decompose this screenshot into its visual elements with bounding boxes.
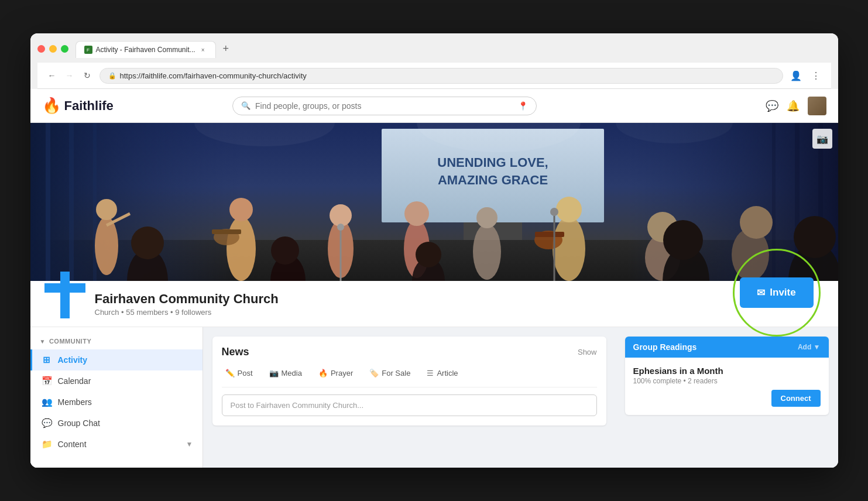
connect-button[interactable]: Connect [771,390,821,407]
post-action-forsale-label: For Sale [382,369,410,378]
svg-point-30 [556,197,582,222]
sidebar-item-calendar[interactable]: 📅 Calendar [30,370,203,392]
invite-button[interactable]: ✉ Invite [740,277,814,308]
svg-point-18 [229,198,253,221]
browser-titlebar: F Activity - Fairhaven Communit... × + [37,39,831,58]
maximize-traffic-light[interactable] [61,45,68,53]
post-action-prayer[interactable]: 🔥 Prayer [315,366,356,380]
svg-point-34 [550,208,558,216]
logo-text: Faithlife [64,98,114,114]
sidebar-item-members[interactable]: 👥 Members [30,392,203,413]
user-avatar[interactable] [808,97,826,115]
logo-area[interactable]: 🔥 Faithlife [42,97,114,115]
invite-circle: ✉ Invite [733,249,821,337]
sidebar-label-calendar: Calendar [58,376,91,386]
search-icon: 🔍 [241,101,251,110]
close-traffic-light[interactable] [37,45,45,53]
browser-addressbar: ← → ↻ 🔒 https://faithlife.com/fairhaven-… [37,63,831,89]
address-url-text: https://faithlife.com/fairhaven-communit… [120,71,774,80]
post-input-area[interactable]: Post to Fairhaven Community Church... [222,394,597,416]
svg-point-51 [794,216,836,258]
news-card: News Show ✏️ Post 📷 Media 🔥 [212,337,606,425]
svg-rect-32 [535,232,564,237]
browser-tabs: F Activity - Fairhaven Communit... × + [76,39,235,58]
svg-point-28 [476,207,498,228]
post-actions-bar: ✏️ Post 📷 Media 🔥 Prayer 🏷️ [222,366,597,387]
group-readings-header: Group Readings Add ▼ [625,337,829,358]
browser-chrome: F Activity - Fairhaven Communit... × + ←… [30,33,838,89]
address-bar[interactable]: 🔒 https://faithlife.com/fairhaven-commun… [100,68,783,84]
svg-point-24 [337,224,344,231]
svg-point-26 [404,201,429,226]
tab-favicon: F [84,46,92,54]
nav-back-btn[interactable]: ← [44,68,60,83]
reading-title: Ephesians in a Month [633,366,821,376]
svg-point-45 [271,236,299,265]
chat-icon-btn[interactable]: 💬 [766,99,778,112]
sidebar-label-members: Members [58,397,92,407]
page-content: 🔥 Faithlife 🔍 📍 💬 🔔 [30,89,838,468]
browser-menu-btn[interactable]: ⋮ [808,67,824,84]
post-action-media[interactable]: 📷 Media [266,366,306,380]
feed-area: News Show ✏️ Post 📷 Media 🔥 [203,327,616,468]
for-sale-tag-icon: 🏷️ [369,369,379,378]
content-icon: 📁 [42,439,52,449]
cross-vertical [60,272,70,318]
post-action-post[interactable]: ✏️ Post [222,366,256,380]
church-name: Fairhaven Community Church [95,291,279,307]
media-camera-icon: 📷 [269,369,279,378]
svg-point-27 [473,224,501,280]
sidebar-item-group-chat[interactable]: 💬 Group Chat [30,413,203,434]
members-icon: 👥 [42,397,52,407]
group-readings-title: Group Readings [633,342,697,352]
sidebar-item-content[interactable]: 📁 Content ▼ [30,434,203,455]
camera-btn[interactable]: 📷 [812,129,832,149]
post-action-for-sale[interactable]: 🏷️ For Sale [366,366,414,380]
news-header: News Show [222,346,597,358]
nav-buttons: ← → ↻ [44,68,95,83]
church-meta: Church • 55 members • 9 followers [95,308,279,317]
sidebar-item-activity[interactable]: ⊞ Activity [30,349,203,370]
user-profile-icon[interactable]: 👤 [788,67,804,84]
nav-refresh-btn[interactable]: ↻ [80,68,95,83]
svg-point-29 [553,217,585,281]
svg-point-43 [131,227,164,259]
tab-close-btn[interactable]: × [199,46,207,54]
search-input[interactable] [255,101,513,111]
nav-forward-btn[interactable]: → [62,68,77,83]
envelope-icon: ✉ [757,287,765,299]
group-readings-body: Ephesians in a Month 100% complete • 2 r… [625,358,829,415]
logo-flame-icon: 🔥 [42,97,61,115]
reading-meta: 100% complete • 2 readers [633,377,821,385]
post-input-placeholder: Post to Fairhaven Community Church... [231,401,364,410]
profile-section: Fairhaven Community Church Church • 55 m… [30,281,838,327]
cover-photo: UNENDING LOVE, AMAZING GRACE [30,123,838,281]
traffic-lights [37,45,68,53]
group-chat-icon: 💬 [42,418,52,428]
sidebar-section-label: COMMUNITY [49,338,91,345]
section-chevron-icon: ▼ [40,338,46,345]
sidebar-label-activity: Activity [58,355,88,365]
svg-point-15 [96,199,117,220]
sidebar-section-header: ▼ COMMUNITY [30,335,203,349]
browser-window: F Activity - Fairhaven Communit... × + ←… [30,33,838,468]
active-tab[interactable]: F Activity - Fairhaven Communit... × [76,41,216,58]
church-info: Fairhaven Community Church Church • 55 m… [95,291,279,317]
search-input-wrapper[interactable]: 🔍 📍 [232,97,537,115]
minimize-traffic-light[interactable] [49,45,57,53]
svg-text:UNENDING LOVE,: UNENDING LOVE, [437,155,548,170]
content-chevron-icon: ▼ [186,440,193,448]
svg-point-38 [740,206,773,239]
avatar-image [808,97,826,115]
svg-point-49 [663,220,703,260]
post-action-article[interactable]: ☰ Article [423,366,461,380]
security-lock-icon: 🔒 [108,72,116,80]
new-tab-btn[interactable]: + [217,39,235,58]
group-readings-add-btn[interactable]: Add ▼ [798,343,821,351]
location-icon: 📍 [518,101,528,111]
post-action-post-label: Post [238,369,253,378]
article-lines-icon: ☰ [427,369,434,378]
notification-bell-btn[interactable]: 🔔 [787,99,800,112]
browser-actions: 👤 ⋮ [788,67,824,84]
prayer-flame-icon: 🔥 [318,369,328,378]
